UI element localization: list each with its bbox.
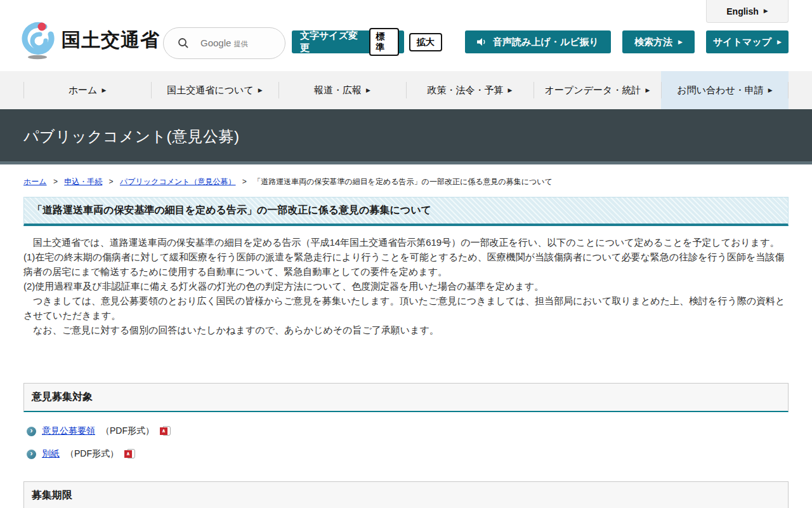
- sitemap-label: サイトマップ: [713, 36, 771, 48]
- list-item[interactable]: › 別紙 （PDF形式） ∧: [27, 448, 789, 460]
- english-button[interactable]: English ▶: [706, 0, 789, 23]
- search-placeholder: Google提供: [200, 37, 247, 49]
- pdf-format-label: （PDF形式）: [65, 448, 119, 460]
- page-title: パブリックコメント(意見公募): [0, 109, 812, 147]
- pdf-format-label: （PDF形式）: [101, 425, 154, 437]
- breadcrumb-procedures[interactable]: 申込・手続: [64, 177, 102, 186]
- site-logo-text: 国土交通省: [62, 27, 160, 53]
- paragraph: なお、ご意見に対する個別の回答はいたしかねますので、あらかじめその旨ご了承願いま…: [23, 323, 789, 337]
- pdf-link-guidelines[interactable]: 意見公募要領: [42, 425, 95, 437]
- pdf-icon[interactable]: ∧: [160, 426, 171, 436]
- chevron-right-icon: ▶: [777, 39, 782, 45]
- nav-item-policy[interactable]: 政策・法令・予算▶: [406, 71, 534, 109]
- search-icon: [178, 37, 189, 49]
- font-size-change-label: 文字サイズ変更: [300, 30, 363, 54]
- breadcrumb-separator: >: [109, 177, 114, 186]
- paragraph: 国土交通省では、道路運送車両の保安基準の細目を定める告示（平成14年国土交通省告…: [23, 235, 789, 250]
- pdf-link-attachment[interactable]: 別紙: [42, 448, 60, 460]
- font-size-change-button[interactable]: 文字サイズ変更 標準: [292, 30, 404, 53]
- breadcrumb-home[interactable]: ホーム: [23, 177, 47, 186]
- search-input[interactable]: Google提供: [163, 27, 285, 59]
- font-size-large-button[interactable]: 拡大: [409, 33, 442, 51]
- paragraph: (1)在宅の終末期の傷病者に対して緩和医療を行う医師の派遣を緊急走行により行うこ…: [23, 250, 789, 279]
- search-method-button[interactable]: 検索方法 ▶: [622, 30, 695, 53]
- chevron-right-icon: ▶: [508, 88, 513, 93]
- chevron-right-icon: ▶: [645, 88, 650, 93]
- list-item[interactable]: › 意見公募要領 （PDF形式） ∧: [27, 425, 789, 437]
- chevron-right-icon: ▶: [102, 88, 106, 93]
- font-size-standard-button[interactable]: 標準: [369, 28, 399, 56]
- document-list: › 意見公募要領 （PDF形式） ∧ › 別紙 （PDF形式） ∧: [23, 425, 789, 460]
- search-method-label: 検索方法: [634, 36, 672, 48]
- breadcrumb-public-comment[interactable]: パブリックコメント（意見公募）: [120, 177, 236, 186]
- text-to-speech-button[interactable]: 音声読み上げ・ルビ振り: [465, 30, 611, 53]
- nav-item-home[interactable]: ホーム▶: [23, 71, 151, 109]
- nav-item-contact[interactable]: お問い合わせ・申請▶: [661, 71, 789, 109]
- nav-item-opendata[interactable]: オープンデータ・統計▶: [534, 71, 661, 109]
- breadcrumb-separator: >: [53, 177, 58, 186]
- chevron-right-icon: ▶: [366, 88, 370, 93]
- nav-item-press[interactable]: 報道・広報▶: [278, 71, 406, 109]
- breadcrumb-current: 「道路運送車両の保安基準の細目を定める告示」の一部改正に係る意見の募集について: [253, 177, 553, 186]
- pdf-icon[interactable]: ∧: [124, 449, 136, 459]
- tts-button-label: 音声読み上げ・ルビ振り: [493, 36, 599, 48]
- section-header-deadline: 募集期限: [23, 481, 789, 508]
- chevron-right-icon: ▶: [764, 8, 768, 14]
- site-header: English ▶ 国土交通省 Google提供 文字サイズ変更 標準 拡大 音…: [0, 0, 812, 71]
- nav-item-about[interactable]: 国土交通省について▶: [151, 71, 278, 109]
- chevron-bullet-icon: ›: [27, 427, 36, 436]
- sitemap-button[interactable]: サイトマップ ▶: [706, 30, 789, 53]
- speaker-icon: [477, 37, 487, 46]
- site-logo[interactable]: 国土交通省: [21, 20, 160, 60]
- mlit-logo-icon: [21, 20, 56, 60]
- chevron-bullet-icon: ›: [27, 450, 36, 459]
- chevron-right-icon: ▶: [768, 88, 773, 93]
- main-content: ホーム > 申込・手続 > パブリックコメント（意見公募） > 「道路運送車両の…: [0, 177, 812, 508]
- breadcrumb: ホーム > 申込・手続 > パブリックコメント（意見公募） > 「道路運送車両の…: [23, 177, 789, 187]
- section-header-comment-target: 意見募集対象: [23, 383, 789, 412]
- page-title-banner: パブリックコメント(意見公募): [0, 109, 812, 164]
- english-button-label: English: [726, 6, 759, 17]
- article-heading: 「道路運送車両の保安基準の細目を定める告示」の一部改正に係る意見の募集について: [23, 197, 789, 226]
- main-nav: ホーム▶ 国土交通省について▶ 報道・広報▶ 政策・法令・予算▶ オープンデータ…: [0, 71, 812, 109]
- chevron-right-icon: ▶: [678, 39, 683, 45]
- chevron-right-icon: ▶: [258, 88, 263, 93]
- paragraph: つきましては、意見公募要領のとおり広く国民の皆様からご意見を募集いたします。頂い…: [23, 293, 789, 323]
- breadcrumb-separator: >: [242, 177, 247, 186]
- article-body: 国土交通省では、道路運送車両の保安基準の細目を定める告示（平成14年国土交通省告…: [23, 235, 789, 337]
- paragraph: (2)使用過程車及び非認証車に備える灯火器の灯光の色の判定方法について、色度測定…: [23, 279, 789, 293]
